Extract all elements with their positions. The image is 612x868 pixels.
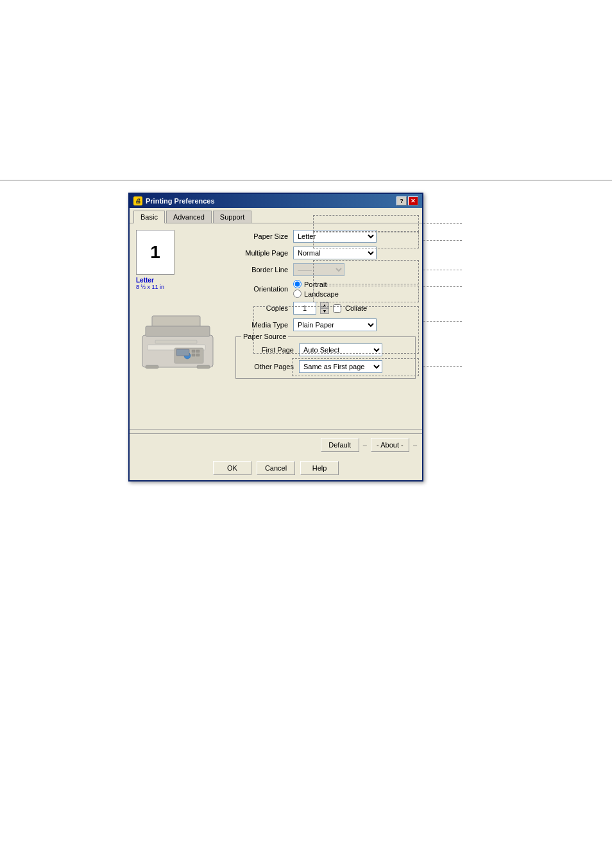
dialog-icon: 🖨 xyxy=(133,196,142,205)
preview-size: 8 ½ x 11 in xyxy=(136,284,229,290)
annotation-line-6 xyxy=(423,366,462,367)
svg-rect-1 xyxy=(152,316,200,327)
annotation-line-1 xyxy=(423,223,462,224)
copies-label: Copies xyxy=(235,304,293,312)
media-type-control: Plain Paper xyxy=(293,318,416,331)
portrait-radio[interactable] xyxy=(293,280,302,288)
paper-size-select[interactable]: Letter xyxy=(293,230,377,243)
annotation-line-3 xyxy=(423,270,462,270)
ok-button[interactable]: OK xyxy=(213,461,251,475)
border-line-control: —— xyxy=(293,263,416,276)
orientation-control: Portrait Landscape xyxy=(293,280,416,298)
settings-section: Paper Size Letter Multiple Page Normal xyxy=(235,230,416,379)
paper-source-group: Paper Source First Page Auto Select Othe… xyxy=(235,336,416,379)
copies-row: Copies 1 ▲ ▼ Collate xyxy=(235,302,416,315)
printing-preferences-dialog: 🖨 Printing Preferences ? ✕ Basic Advance… xyxy=(128,193,423,482)
other-pages-row: Other Pages Same as First page xyxy=(241,360,410,373)
landscape-radio[interactable] xyxy=(293,290,302,298)
svg-rect-8 xyxy=(192,350,195,352)
tab-support[interactable]: Support xyxy=(213,211,252,223)
top-separator xyxy=(0,180,612,181)
media-type-select[interactable]: Plain Paper xyxy=(293,318,377,331)
preview-letter: Letter xyxy=(136,277,229,284)
about-dashes-left: – xyxy=(363,441,367,449)
svg-rect-11 xyxy=(196,354,200,356)
annotation-line-5 xyxy=(423,321,462,322)
cancel-button[interactable]: Cancel xyxy=(257,461,295,475)
copies-spinner: ▲ ▼ xyxy=(320,302,329,314)
portrait-row: Portrait xyxy=(293,280,416,288)
svg-rect-4 xyxy=(155,340,197,343)
paper-size-label: Paper Size xyxy=(235,232,293,240)
dialog-title: Printing Preferences xyxy=(146,197,215,205)
dialog-body: 1 Letter 8 ½ x 11 in xyxy=(130,223,422,422)
paper-source-legend: Paper Source xyxy=(241,333,288,340)
landscape-row: Landscape xyxy=(293,290,416,298)
svg-rect-2 xyxy=(146,326,210,336)
help-title-button[interactable]: ? xyxy=(396,196,407,205)
tab-bar: Basic Advanced Support xyxy=(130,208,422,223)
svg-rect-10 xyxy=(192,354,195,356)
paper-size-row: Paper Size Letter xyxy=(235,230,416,243)
first-page-label: First Page xyxy=(241,346,299,354)
paper-preview: 1 xyxy=(136,230,174,275)
media-type-label: Media Type xyxy=(235,321,293,329)
annotation-line-4 xyxy=(423,286,462,287)
multiple-page-row: Multiple Page Normal xyxy=(235,247,416,259)
copies-input[interactable]: 1 xyxy=(293,302,316,315)
first-page-row: First Page Auto Select xyxy=(241,343,410,356)
help-button[interactable]: Help xyxy=(300,461,339,475)
svg-rect-7 xyxy=(176,349,189,356)
preview-number: 1 xyxy=(150,242,160,263)
annotation-line-2 xyxy=(423,240,462,241)
default-button[interactable]: Default xyxy=(321,438,359,452)
about-dashes-right: – xyxy=(413,441,417,449)
other-pages-control: Same as First page xyxy=(299,360,410,373)
multiple-page-label: Multiple Page xyxy=(235,249,293,257)
svg-rect-9 xyxy=(196,350,200,352)
multiple-page-select[interactable]: Normal xyxy=(293,247,377,259)
copies-down[interactable]: ▼ xyxy=(320,308,329,314)
title-bar-left: 🖨 Printing Preferences xyxy=(133,196,215,205)
other-pages-label: Other Pages xyxy=(241,363,299,370)
printer-svg xyxy=(136,309,219,374)
portrait-label: Portrait xyxy=(304,281,327,288)
border-line-row: Border Line —— xyxy=(235,263,416,276)
printer-image xyxy=(136,309,219,374)
border-line-select[interactable]: —— xyxy=(293,263,344,276)
final-buttons-row: OK Cancel Help xyxy=(130,456,422,480)
orientation-label: Orientation xyxy=(235,285,293,293)
border-line-label: Border Line xyxy=(235,266,293,273)
dialog-separator xyxy=(130,429,422,430)
svg-rect-13 xyxy=(197,365,210,369)
copies-up[interactable]: ▲ xyxy=(320,302,329,308)
collate-label: Collate xyxy=(345,304,367,312)
collate-checkbox[interactable] xyxy=(333,304,341,313)
first-page-control: Auto Select xyxy=(299,343,410,356)
orientation-row: Orientation Portrait Landscape xyxy=(235,280,416,298)
other-pages-select[interactable]: Same as First page xyxy=(299,360,382,373)
copies-control: 1 ▲ ▼ Collate xyxy=(293,302,416,315)
about-button[interactable]: - About - xyxy=(371,438,409,452)
first-page-select[interactable]: Auto Select xyxy=(299,343,382,356)
multiple-page-control: Normal xyxy=(293,247,416,259)
page-background: 🖨 Printing Preferences ? ✕ Basic Advance… xyxy=(0,0,612,868)
tab-advanced[interactable]: Advanced xyxy=(166,211,212,223)
paper-size-control: Letter xyxy=(293,230,416,243)
title-bar: 🖨 Printing Preferences ? ✕ xyxy=(130,194,422,208)
title-bar-buttons: ? ✕ xyxy=(396,196,418,205)
svg-rect-12 xyxy=(146,365,158,369)
landscape-label: Landscape xyxy=(304,290,339,298)
bottom-buttons-row: Default – - About - – xyxy=(130,433,422,456)
media-type-row: Media Type Plain Paper xyxy=(235,318,416,331)
close-button[interactable]: ✕ xyxy=(408,196,418,205)
preview-section: 1 Letter 8 ½ x 11 in xyxy=(136,230,229,374)
tab-basic[interactable]: Basic xyxy=(133,211,165,223)
